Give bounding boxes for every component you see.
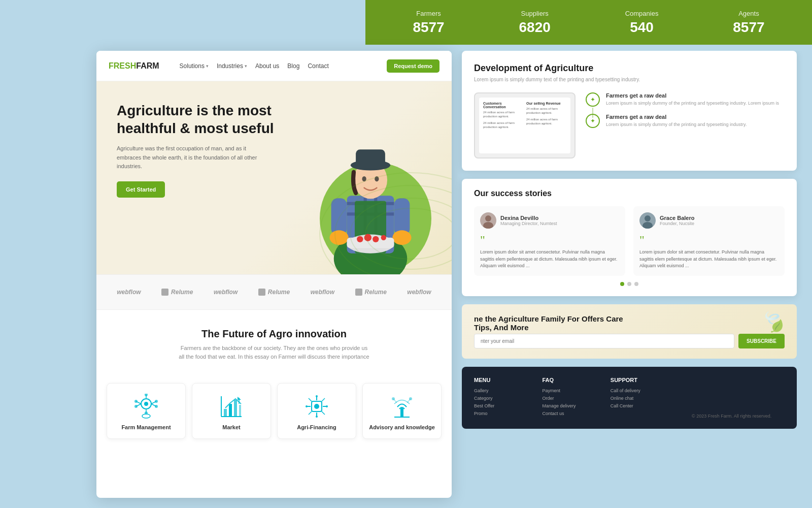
dot-3[interactable] [634,282,638,286]
partner-webflow-4: webflow [407,289,431,296]
svg-point-59 [316,395,318,397]
subscribe-button[interactable]: SUBSCRIBE [738,334,785,348]
logo-fresh: FRESH [109,61,136,70]
svg-point-74 [645,215,651,221]
leaf-decoration: 🍃 [757,304,791,338]
testimonial-1-avatar [480,212,496,229]
innovation-subtext: Farmers are the backbone of our society.… [178,344,370,361]
stat-companies-value: 540 [625,19,659,36]
innovation-heading: The Future of Agro innovation [117,328,431,340]
svg-rect-46 [239,405,241,417]
request-demo-button[interactable]: Request demo [387,59,439,73]
farm-management-icon [133,394,159,419]
quote-mark-1: " [480,234,619,246]
svg-point-38 [145,394,148,396]
dev-point-2-icon: ✦ [586,114,600,128]
footer-online-chat[interactable]: Online chat [611,396,663,401]
svg-point-62 [326,405,328,407]
navbar: FRESHFARM Solutions ▾ Industries ▾ About… [96,51,452,81]
hero-section: Agriculture is the most healthful & most… [96,81,452,274]
feature-agri-financing-label: Agri-Financing [284,424,350,430]
dev-heading: Development of Agriculture [474,63,785,74]
footer-call-delivery[interactable]: Call of delivery [611,388,663,393]
features-grid: Farm Management Market [96,383,452,449]
dev-section: Development of Agriculture Lorem ipsum i… [462,51,797,171]
feature-farm-management[interactable]: Farm Management [107,383,186,439]
testimonial-1-author: Dexina Devillo Managing Director, Numtes… [480,212,619,229]
footer-promo[interactable]: Promo [474,411,527,416]
feature-agri-financing[interactable]: Agri-Financing [277,383,356,439]
footer-menu-heading: MENU [474,377,527,383]
svg-rect-44 [229,404,232,417]
tablet-col1-value: 24 million acres of farm production agri… [483,110,523,119]
dev-subtitle: Lorem ipsum is simply dummy text of the … [474,77,785,82]
partner-relume-3: Relume [355,289,387,296]
partner-webflow-1: webflow [117,289,141,296]
svg-line-57 [309,411,312,415]
partner-relume-1: Relume [161,289,193,296]
feature-advisory-label: Advisory and knowledge [369,424,435,430]
footer-best-offer[interactable]: Best Offer [474,403,527,408]
feature-farm-management-label: Farm Management [113,424,179,430]
nav-contact[interactable]: Contact [308,62,328,70]
nav-industries[interactable]: Industries ▾ [217,62,247,70]
dot-1[interactable] [620,282,624,286]
dot-2[interactable] [627,282,631,286]
testimonial-2: Grace Balero Founder, Nucsite " Lorem ip… [633,206,785,276]
footer-faq-heading: FAQ [542,377,595,383]
footer-payment[interactable]: Payment [542,388,595,393]
footer-call-center[interactable]: Call Center [611,403,663,408]
footer-gallery[interactable]: Gallery [474,388,527,393]
footer-contact-us[interactable]: Contact us [542,411,595,416]
footer-manage-delivery[interactable]: Manage delivery [542,403,595,408]
footer-category[interactable]: Category [474,396,527,401]
nav-blog[interactable]: Blog [287,62,299,70]
testimonial-1: Dexina Devillo Managing Director, Numtes… [474,206,625,276]
svg-line-69 [407,399,411,403]
svg-point-50 [314,404,319,409]
testimonials-container: Dexina Devillo Managing Director, Numtes… [474,206,785,276]
agri-financing-icon [304,394,329,419]
svg-point-23 [335,185,452,274]
svg-point-25 [365,208,452,259]
market-icon [219,394,244,419]
quote-mark-2: " [639,234,779,246]
dev-content: Customers Conversation 24 million acres … [474,92,785,158]
partner-webflow-3: webflow [311,289,334,296]
testimonial-2-author: Grace Balero Founder, Nucsite [639,212,779,229]
innovation-section: The Future of Agro innovation Farmers ar… [96,310,452,383]
feature-market[interactable]: Market [192,383,271,439]
svg-point-27 [144,402,148,406]
svg-rect-43 [224,409,227,417]
contour-lines [299,122,452,274]
stat-suppliers-label: Suppliers [519,10,551,17]
tablet-col2-value2: 24 million acres of farm production agri… [526,117,566,126]
nav-about[interactable]: About us [255,62,279,70]
svg-line-56 [322,398,325,401]
get-started-button[interactable]: Get Started [117,181,165,198]
stat-farmers: Farmers 8577 [413,10,444,36]
svg-point-37 [155,405,158,408]
nav-solutions[interactable]: Solutions ▾ [180,62,209,70]
feature-advisory[interactable]: Advisory and knowledge [362,383,442,439]
dev-point-2-text: Lorem ipsum is simply dummy of the print… [606,121,747,128]
partner-relume-2: Relume [258,289,290,296]
dev-point-1: ✦ Farmers get a raw deal Lorem ipsum is … [586,92,785,107]
newsletter-section: 🍃 ne the Agriculture Family For Offers C… [462,304,797,359]
stat-agents-value: 8577 [733,19,764,36]
footer-order[interactable]: Order [542,396,595,401]
svg-point-65 [400,408,403,411]
tablet-col1-header: Customers Conversation [483,102,523,109]
svg-point-36 [155,400,158,403]
footer-support-col: SUPPORT Call of delivery Online chat Cal… [611,377,663,408]
svg-point-40 [142,414,150,418]
email-input[interactable] [474,334,734,348]
svg-line-55 [309,398,312,401]
testimonial-1-role: Managing Director, Numtest [500,221,557,226]
newsletter-form[interactable]: SUBSCRIBE [474,334,785,348]
success-section: Our success stories Dexina Devillo Manag… [462,179,797,296]
testimonial-2-name: Grace Balero [660,215,694,221]
svg-point-34 [134,400,138,403]
testimonial-1-text: Lorem ipsum dolor sit amet consectetur. … [480,249,619,270]
stat-suppliers-value: 6820 [519,19,551,36]
